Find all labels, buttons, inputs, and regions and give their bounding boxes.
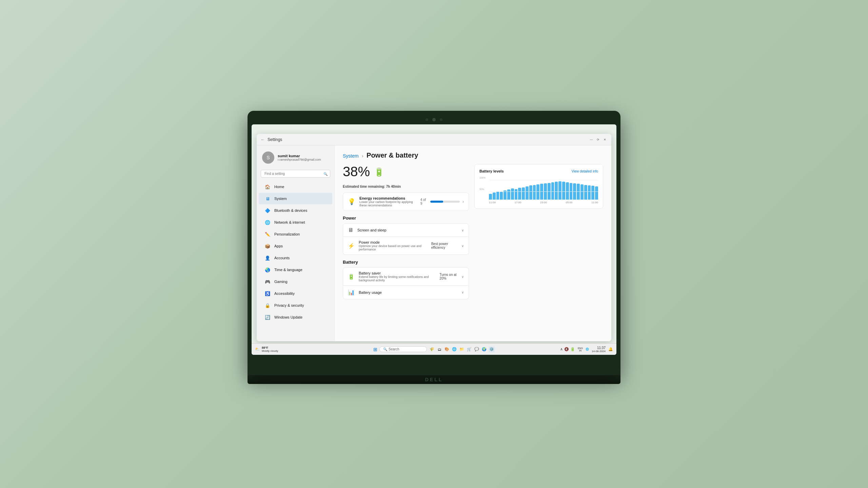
energy-chevron-icon: › xyxy=(462,199,464,204)
chart-bar-2 xyxy=(496,191,499,200)
taskbar-app-8[interactable]: 🌍 xyxy=(481,346,487,352)
minimize-button[interactable]: — xyxy=(589,137,594,142)
sidebar-item-bluetooth[interactable]: 🔷 Bluetooth & devices xyxy=(259,205,332,216)
energy-recommendations[interactable]: 💡 Energy recommendations Lower your carb… xyxy=(343,192,469,211)
chart-bar-17 xyxy=(551,182,554,200)
tray-expand-icon[interactable]: ∧ xyxy=(560,347,563,351)
gridline-top xyxy=(489,180,598,180)
taskbar-apps: 🌾 🗂 🎨 🌐 📁 🛒 💬 🌍 ⚙️ xyxy=(429,346,495,352)
chart-header: Battery levels View detailed info xyxy=(479,169,598,173)
chart-bar-4 xyxy=(504,190,507,200)
restore-button[interactable]: ⟳ xyxy=(596,137,600,142)
taskbar: ⛅ 88°F Mostly cloudy ⊞ 🔍 Search 🌾 🗂 xyxy=(252,343,616,355)
taskbar-app-6[interactable]: 🛒 xyxy=(466,346,472,352)
sidebar-item-apps[interactable]: 📦 Apps xyxy=(259,240,332,252)
breadcrumb-parent[interactable]: System xyxy=(343,153,359,159)
power-section-header: Power xyxy=(343,216,469,221)
sidebar-item-gaming[interactable]: 🎮 Gaming xyxy=(259,276,332,287)
screen-sleep-row[interactable]: 🖥 Screen and sleep ∨ xyxy=(343,223,469,237)
chart-bar-27 xyxy=(588,185,591,200)
battery-saver-text: Battery saver Extend battery life by lim… xyxy=(359,271,439,282)
sidebar-item-accounts[interactable]: 👤 Accounts xyxy=(259,252,332,264)
sidebar-item-home[interactable]: 🏠 Home xyxy=(259,181,332,192)
gridline-100: 100% xyxy=(479,177,598,179)
nav-label-accounts: Accounts xyxy=(274,256,290,260)
user-email: r.rameshprasad786@gmail.com xyxy=(278,158,321,161)
notification-bell-icon[interactable]: 🔔 xyxy=(608,347,613,351)
nav-label-gaming: Gaming xyxy=(274,280,288,284)
taskbar-app-2[interactable]: 🗂 xyxy=(436,346,442,352)
energy-progress-text: 4 of 9 xyxy=(420,198,428,205)
search-box: 🔍 xyxy=(261,170,330,178)
network-icon[interactable]: 🌐 xyxy=(586,348,589,351)
power-settings-group: 🖥 Screen and sleep ∨ xyxy=(343,223,469,255)
laptop-outer: ← Settings — ⟳ ✕ S xyxy=(248,111,620,375)
sidebar-item-windows-update[interactable]: 🔄 Windows Update xyxy=(259,311,332,323)
chart-bar-21 xyxy=(566,182,569,200)
battery-usage-title: Battery usage xyxy=(359,290,382,294)
chart-bar-19 xyxy=(558,181,561,200)
weather-temp: 88°F xyxy=(262,346,278,349)
taskbar-app-4[interactable]: 🌐 xyxy=(451,346,457,352)
taskbar-app-5[interactable]: 📁 xyxy=(459,346,465,352)
sidebar-item-network[interactable]: 🌐 Network & internet xyxy=(259,217,332,228)
battery-usage-row[interactable]: 📊 Battery usage ∨ xyxy=(343,286,469,299)
weather-desc: Mostly cloudy xyxy=(262,349,278,352)
taskbar-app-7[interactable]: 💬 xyxy=(474,346,480,352)
screen-sleep-icon: 🖥 xyxy=(348,227,353,233)
power-mode-title: Power mode xyxy=(359,240,431,244)
nav-label-accessibility: Accessibility xyxy=(274,291,295,296)
taskbar-app-3[interactable]: 🎨 xyxy=(444,346,450,352)
battery-saver-right: Turns on at 20% ∨ xyxy=(439,273,464,280)
avatar: S xyxy=(262,151,274,164)
sidebar-item-system[interactable]: 🖥 System xyxy=(259,193,332,204)
chart-bar-11 xyxy=(529,185,532,200)
power-mode-right: Best power efficiency ∨ xyxy=(431,242,464,249)
sidebar-item-time[interactable]: 🌏 Time & language xyxy=(259,264,332,276)
energy-progress-bar xyxy=(430,201,460,203)
nav-label-network: Network & internet xyxy=(274,220,305,224)
nav-label-system: System xyxy=(274,197,287,201)
nav-label-time: Time & language xyxy=(274,268,302,272)
taskbar-app-1[interactable]: 🌾 xyxy=(429,346,435,352)
battery-usage-right: ∨ xyxy=(461,290,464,294)
energy-progress-fill xyxy=(430,201,443,203)
taskbar-search[interactable]: 🔍 Search xyxy=(379,346,427,352)
energy-rec-subtitle: Lower your carbon footprint by applying … xyxy=(359,200,420,207)
nav-label-bluetooth: Bluetooth & devices xyxy=(274,208,307,212)
back-button[interactable]: ← xyxy=(261,137,265,142)
settings-taskbar-app[interactable]: ⚙️ xyxy=(489,346,495,352)
webcam-dot-right xyxy=(440,118,442,121)
window-controls: — ⟳ ✕ xyxy=(589,137,607,142)
chart-bar-25 xyxy=(580,184,584,200)
main-columns: 38% 🔋 Estimated time remaining: 7h 40min xyxy=(343,164,603,299)
window-title: Settings xyxy=(268,137,282,142)
tray-speaker-icon[interactable]: 🔇 xyxy=(564,347,569,351)
user-profile[interactable]: S sumit kumar r.rameshprasad786@gmail.co… xyxy=(257,148,334,167)
view-detailed-button[interactable]: View detailed info xyxy=(572,169,598,173)
energy-rec-right: 4 of 9 › xyxy=(420,198,464,205)
chart-labels: 11:00 17:00 23:00 05:00 11:00 xyxy=(489,201,598,204)
chart-bar-1 xyxy=(493,192,496,200)
title-bar: ← Settings — ⟳ ✕ xyxy=(257,134,611,145)
sidebar-item-personalization[interactable]: ✏️ Personalization xyxy=(259,228,332,240)
close-button[interactable]: ✕ xyxy=(603,137,607,142)
screen-sleep-right: ∨ xyxy=(461,228,464,232)
tray-battery-icon[interactable]: 🔋 xyxy=(570,347,575,351)
nav-label-apps: Apps xyxy=(274,244,283,248)
taskbar-search-placeholder: Search xyxy=(389,347,399,351)
battery-time: Estimated time remaining: 7h 40min xyxy=(343,185,469,188)
sidebar-item-privacy[interactable]: 🔒 Privacy & security xyxy=(259,300,332,311)
battery-saver-row[interactable]: 🔋 Battery saver Extend battery life by l… xyxy=(343,267,469,286)
sidebar-item-accessibility[interactable]: ♿ Accessibility xyxy=(259,288,332,299)
search-input[interactable] xyxy=(261,170,330,178)
nav-icon-network: 🌐 xyxy=(264,219,271,226)
time-display: 11:37 14-08-2024 xyxy=(592,346,606,353)
power-mode-row[interactable]: ⚡ Power mode Optimize your device based … xyxy=(343,237,469,255)
nav-icon-bluetooth: 🔷 xyxy=(264,207,271,214)
battery-saver-value: Turns on at 20% xyxy=(439,273,459,280)
start-button[interactable]: ⊞ xyxy=(373,347,377,352)
weather-icon: ⛅ xyxy=(255,347,260,351)
battery-usage-icon: 📊 xyxy=(348,289,355,296)
clock-time: 11:37 xyxy=(592,346,606,350)
